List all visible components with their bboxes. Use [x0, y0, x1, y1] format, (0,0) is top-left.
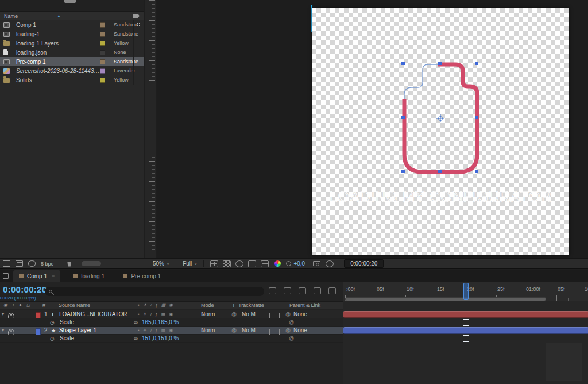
switch-icon[interactable]: ◉	[169, 327, 173, 335]
switch-icon[interactable]: ▦	[161, 327, 166, 335]
column-parent-link[interactable]: Parent & Link	[289, 302, 320, 309]
label-swatch[interactable]	[100, 59, 105, 64]
column-t[interactable]: T	[232, 302, 235, 309]
motion-blur-icon[interactable]	[328, 287, 336, 294]
project-item-loading-1[interactable]: loading-1 Sandstone	[0, 29, 144, 39]
show-snapshot-icon[interactable]	[326, 260, 334, 267]
property-pickwhip-icon[interactable]: @	[289, 335, 294, 343]
switch-icon[interactable]: ☀	[143, 327, 147, 335]
exposure-icon[interactable]	[286, 261, 291, 266]
switch-icon[interactable]: /	[150, 327, 152, 335]
property-row-scale-1[interactable]: ◷ Scale ∞ 165,0,165,0 % @	[0, 318, 343, 327]
label-swatch[interactable]	[100, 68, 105, 74]
project-item-solids[interactable]: Solids Yellow	[0, 75, 144, 85]
expander-icon[interactable]: ▾	[2, 327, 4, 335]
switch-icon[interactable]: ƒ	[155, 310, 157, 318]
panel-menu-icon[interactable]	[3, 273, 9, 279]
mask-visibility-icon[interactable]	[235, 260, 243, 267]
expander-icon[interactable]: ▾	[2, 310, 4, 318]
view-options-icon[interactable]	[261, 260, 269, 267]
label-column-icon[interactable]	[133, 14, 140, 18]
comp-canvas[interactable]: LOADING MY CONFIGURATOR	[312, 8, 569, 255]
draft-3d-icon[interactable]	[284, 287, 291, 294]
sort-ascending-icon[interactable]: ▲	[57, 14, 61, 18]
matte-pickwhip-icon[interactable]: @	[231, 327, 237, 335]
tab-pre-comp-1[interactable]: Pre-comp 1	[117, 270, 167, 282]
tab-menu-icon[interactable]: ≡	[52, 273, 55, 279]
label-name[interactable]: None	[110, 49, 144, 55]
switch-icon[interactable]: ƒ	[155, 327, 157, 335]
project-item-loading-1-layers[interactable]: loading-1 Layers Yellow	[0, 39, 144, 48]
property-row-scale-2[interactable]: ◷ Scale ∞ 151,0,151,0 % @	[0, 335, 343, 343]
property-pickwhip-icon[interactable]: @	[289, 318, 294, 327]
project-column-header[interactable]: Name ▲	[0, 12, 144, 20]
blend-mode-dropdown[interactable]: Norm∨	[201, 310, 227, 318]
exposure-value[interactable]: +0,0	[293, 260, 305, 267]
layer-row-1[interactable]: ▾ 1 T LOADING...NFIGURATOR ▪☀/ƒ▦◉ Norm∨ …	[0, 310, 343, 318]
label-name[interactable]: Yellow	[110, 77, 144, 83]
selection-handles[interactable]	[401, 62, 478, 173]
switch-icon[interactable]: ▦	[161, 310, 166, 318]
interpret-footage-icon[interactable]	[3, 260, 10, 267]
anchor-point-icon[interactable]	[436, 114, 444, 122]
label-swatch[interactable]	[100, 41, 105, 46]
shape-path-outline[interactable]	[404, 64, 438, 99]
new-folder-icon[interactable]	[16, 260, 23, 267]
property-value[interactable]: 165,0,165,0 %	[142, 318, 179, 327]
project-item-comp-1[interactable]: Comp 1 Sandstone	[0, 20, 144, 29]
column-name-label[interactable]: Name	[4, 13, 18, 19]
blend-mode-dropdown[interactable]: Norm∨	[201, 327, 227, 335]
new-composition-icon[interactable]	[28, 260, 36, 267]
region-of-interest-icon[interactable]	[210, 260, 218, 267]
project-item-screenshot-jpg[interactable]: Screenshot-2023-06-28-114438.jpg Lavende…	[0, 66, 144, 75]
property-value[interactable]: 151,0,151,0 %	[142, 335, 179, 343]
track-matte-dropdown[interactable]: No M∨	[242, 327, 269, 335]
label-name[interactable]: Lavender	[110, 68, 144, 74]
constrain-link-icon[interactable]: ∞	[134, 318, 138, 327]
switch-icon[interactable]: ▪	[138, 327, 140, 335]
label-name[interactable]: Sandstone	[110, 59, 144, 64]
vertical-ruler[interactable]	[145, 0, 156, 258]
switch-icon[interactable]: ☀	[143, 310, 147, 318]
parent-pickwhip-icon[interactable]: @	[285, 310, 291, 318]
snapshot-camera-icon[interactable]	[313, 261, 320, 266]
switch-icon[interactable]: ◉	[169, 310, 173, 318]
frame-blending-icon[interactable]	[314, 287, 321, 294]
label-swatch[interactable]	[100, 22, 105, 28]
label-swatch[interactable]	[100, 32, 105, 37]
property-name[interactable]: Scale	[60, 318, 74, 327]
column-mode[interactable]: Mode	[201, 302, 214, 309]
layer-switches[interactable]: ▪☀/ƒ▦◉	[138, 310, 173, 318]
property-name[interactable]: Scale	[60, 335, 74, 343]
label-name[interactable]: Yellow	[110, 40, 144, 46]
column-track-matte[interactable]: TrackMatte	[238, 302, 264, 309]
project-item-loading-json[interactable]: loading.json None	[0, 48, 144, 57]
color-management-icon[interactable]	[274, 260, 281, 267]
project-item-pre-comp-1[interactable]: Pre-comp 1 Sandstone	[0, 57, 144, 66]
work-area-bar[interactable]	[345, 297, 546, 301]
column-source-name[interactable]: Source Name	[59, 302, 90, 309]
stopwatch-icon[interactable]: ◷	[50, 318, 55, 327]
playhead[interactable]	[463, 282, 469, 381]
tab-comp-1[interactable]: Comp 1 ≡	[13, 270, 60, 282]
transparency-grid-icon[interactable]	[223, 260, 231, 267]
label-name[interactable]: Sandstone	[110, 31, 144, 37]
constrain-link-icon[interactable]: ∞	[134, 335, 138, 343]
safe-margins-icon[interactable]	[248, 260, 256, 267]
parent-dropdown[interactable]: None∨	[293, 310, 331, 318]
matte-pickwhip-icon[interactable]: @	[231, 310, 237, 318]
layer-name[interactable]: LOADING...NFIGURATOR	[59, 310, 127, 318]
parent-pickwhip-icon[interactable]: @	[285, 327, 291, 335]
timeline-search-field[interactable]	[45, 287, 264, 296]
tab-loading-1[interactable]: loading-1	[67, 270, 110, 282]
preview-time-display[interactable]: 0:00:00:20	[344, 259, 384, 268]
label-swatch[interactable]	[100, 78, 105, 83]
comp-text-overlay[interactable]: LOADING MY CONFIGURATOR	[312, 189, 569, 205]
bit-depth-button[interactable]: 8 bpc	[41, 261, 53, 267]
layer-switches[interactable]: ▪☀/ƒ▦◉	[138, 327, 173, 335]
label-swatch[interactable]	[100, 50, 105, 55]
delete-icon[interactable]	[67, 261, 72, 267]
resolution-dropdown[interactable]: Full∨	[183, 260, 197, 267]
parent-dropdown[interactable]: None∨	[293, 327, 331, 335]
column-number[interactable]: #	[42, 302, 45, 309]
